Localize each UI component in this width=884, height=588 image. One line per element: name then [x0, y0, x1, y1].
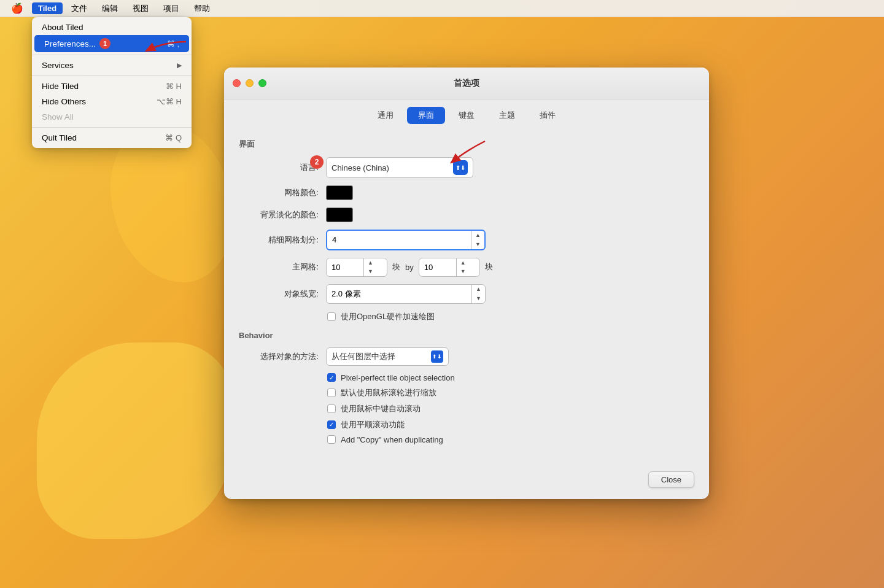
checkbox5[interactable]	[327, 435, 336, 444]
main-grid-x-down[interactable]: ▼	[364, 267, 377, 276]
tab-interface[interactable]: 界面	[407, 107, 445, 124]
main-grid-y-input[interactable]	[419, 260, 456, 274]
select-method-value: 从任何图层中选择	[332, 351, 431, 362]
checkbox3-row: 使用鼠标中键自动滚动	[239, 403, 694, 414]
language-row: 语言: 2 Chinese (China) ⬆⬇	[239, 157, 694, 178]
dialog-content: 界面 语言: 2 Chinese (China) ⬆⬇ 网格颜色: 背景淡化的	[224, 139, 709, 464]
language-value: Chinese (China)	[332, 163, 453, 172]
grid-y-unit: 块	[485, 261, 493, 273]
tab-keyboard[interactable]: 键盘	[448, 107, 486, 124]
main-grid-x-input[interactable]	[327, 260, 363, 274]
fine-grid-arrows: ▲ ▼	[471, 231, 484, 249]
checkbox1[interactable]	[327, 373, 336, 382]
main-grid-x-arrows: ▲ ▼	[363, 258, 377, 277]
menubar-edit[interactable]: 编辑	[96, 2, 124, 15]
language-dropdown-arrow[interactable]: ⬆⬇	[453, 160, 468, 175]
opengl-label: 使用OpenGL硬件加速绘图	[341, 311, 435, 322]
menu-item-services[interactable]: Services ▶	[32, 58, 192, 73]
grid-color-swatch[interactable]	[326, 185, 353, 200]
checkbox5-label: Add "Copy" when duplicating	[341, 435, 443, 444]
menubar-view[interactable]: 视图	[126, 2, 155, 15]
minimize-button[interactable]	[246, 79, 254, 87]
bg-blob-1	[37, 342, 233, 539]
menubar-project[interactable]: 项目	[157, 2, 185, 15]
menubar: 🍎 Tiled 文件 编辑 视图 项目 帮助	[0, 0, 884, 17]
bg-color-swatch[interactable]	[326, 207, 353, 222]
bg-color-label: 背景淡化的颜色:	[239, 209, 319, 220]
checkbox3[interactable]	[327, 404, 336, 413]
main-grid-y-up[interactable]: ▲	[457, 258, 470, 268]
preferences-dialog: 首选项 通用 界面 键盘 主题 插件 界面 语言: 2 Chinese (Chi…	[224, 68, 709, 499]
fine-grid-row: 精细网格划分: ▲ ▼	[239, 230, 694, 250]
language-select[interactable]: Chinese (China) ⬆⬇	[326, 157, 473, 178]
tiled-dropdown-menu: About Tiled Preferences... 1 ⌘ , Service…	[32, 17, 192, 148]
main-grid-controls: ▲ ▼ 块 by ▲ ▼ 块	[326, 258, 493, 277]
grid-by-label: by	[405, 263, 414, 272]
bg-color-row: 背景淡化的颜色:	[239, 207, 694, 222]
menubar-help[interactable]: 帮助	[188, 2, 216, 15]
section-behavior-header: Behavior	[239, 331, 694, 340]
traffic-lights	[233, 79, 266, 87]
opengl-checkbox[interactable]	[327, 312, 336, 321]
checkbox1-label: Pixel-perfect tile object selection	[341, 373, 455, 382]
menu-item-hide-tiled[interactable]: Hide Tiled ⌘ H	[32, 79, 192, 94]
checkbox5-row: Add "Copy" when duplicating	[239, 435, 694, 444]
hide-tiled-shortcut: ⌘ H	[166, 82, 182, 91]
close-button-btn[interactable]: Close	[648, 471, 694, 488]
checkbox3-label: 使用鼠标中键自动滚动	[341, 403, 421, 414]
main-grid-x-spinbox[interactable]: ▲ ▼	[326, 258, 387, 277]
fine-grid-label: 精细网格划分:	[239, 234, 319, 246]
grid-color-row: 网格颜色:	[239, 185, 694, 200]
menu-divider-1	[32, 55, 192, 55]
preferences-badge: 1	[99, 38, 110, 49]
checkbox2[interactable]	[327, 389, 336, 397]
dialog-toolbar: 通用 界面 键盘 主题 插件	[224, 99, 709, 130]
main-grid-y-down[interactable]: ▼	[457, 267, 470, 276]
checkbox4-row: 使用平顺滚动功能	[239, 419, 694, 430]
main-grid-label: 主网格:	[239, 261, 319, 273]
apple-menu[interactable]: 🍎	[5, 1, 29, 15]
fine-grid-spinbox[interactable]: ▲ ▼	[326, 230, 486, 250]
close-button[interactable]	[233, 79, 241, 87]
checkbox4[interactable]	[327, 420, 336, 429]
menu-item-hide-others[interactable]: Hide Others ⌥⌘ H	[32, 94, 192, 109]
step-2-badge: 2	[310, 155, 324, 169]
select-method-dropdown[interactable]: 从任何图层中选择 ⬆⬇	[326, 347, 449, 366]
menu-item-about[interactable]: About Tiled	[32, 20, 192, 35]
outline-width-spinbox[interactable]: ▲ ▼	[326, 284, 486, 304]
preferences-shortcut: ⌘ ,	[167, 39, 179, 48]
checkbox2-label: 默认使用鼠标滚轮进行缩放	[341, 387, 436, 398]
dialog-footer: Close	[224, 464, 709, 499]
outline-down[interactable]: ▼	[472, 294, 485, 303]
tab-plugins[interactable]: 插件	[529, 107, 567, 124]
section-interface-header: 界面	[239, 139, 694, 150]
menu-divider-3	[32, 127, 192, 128]
tab-theme[interactable]: 主题	[488, 107, 526, 124]
menu-item-show-all: Show All	[32, 109, 192, 125]
menu-item-preferences[interactable]: Preferences... 1 ⌘ ,	[34, 35, 189, 52]
outline-width-arrows: ▲ ▼	[471, 285, 485, 303]
checkbox4-label: 使用平顺滚动功能	[341, 419, 405, 430]
fine-grid-input[interactable]	[327, 233, 471, 247]
menu-divider-2	[32, 75, 192, 76]
tab-general[interactable]: 通用	[366, 107, 405, 124]
outline-width-row: 对象线宽: ▲ ▼	[239, 284, 694, 304]
main-grid-y-arrows: ▲ ▼	[456, 258, 470, 277]
menubar-tiled[interactable]: Tiled	[32, 2, 63, 14]
menu-item-quit[interactable]: Quit Tiled ⌘ Q	[32, 130, 192, 145]
outline-width-input[interactable]	[327, 287, 471, 301]
fine-grid-down[interactable]: ▼	[471, 240, 484, 249]
main-grid-x-up[interactable]: ▲	[364, 258, 377, 268]
select-method-label: 选择对象的方法:	[239, 351, 319, 362]
grid-color-label: 网格颜色:	[239, 187, 319, 198]
dialog-title: 首选项	[454, 78, 479, 89]
menubar-file[interactable]: 文件	[65, 2, 93, 15]
fine-grid-up[interactable]: ▲	[471, 231, 484, 240]
main-grid-y-spinbox[interactable]: ▲ ▼	[419, 258, 480, 277]
hide-others-shortcut: ⌥⌘ H	[157, 97, 182, 106]
main-grid-row: 主网格: ▲ ▼ 块 by ▲ ▼ 块	[239, 258, 694, 277]
outline-up[interactable]: ▲	[472, 285, 485, 294]
maximize-button[interactable]	[258, 79, 266, 87]
select-method-arrow[interactable]: ⬆⬇	[431, 350, 443, 363]
dialog-titlebar: 首选项	[224, 68, 709, 99]
